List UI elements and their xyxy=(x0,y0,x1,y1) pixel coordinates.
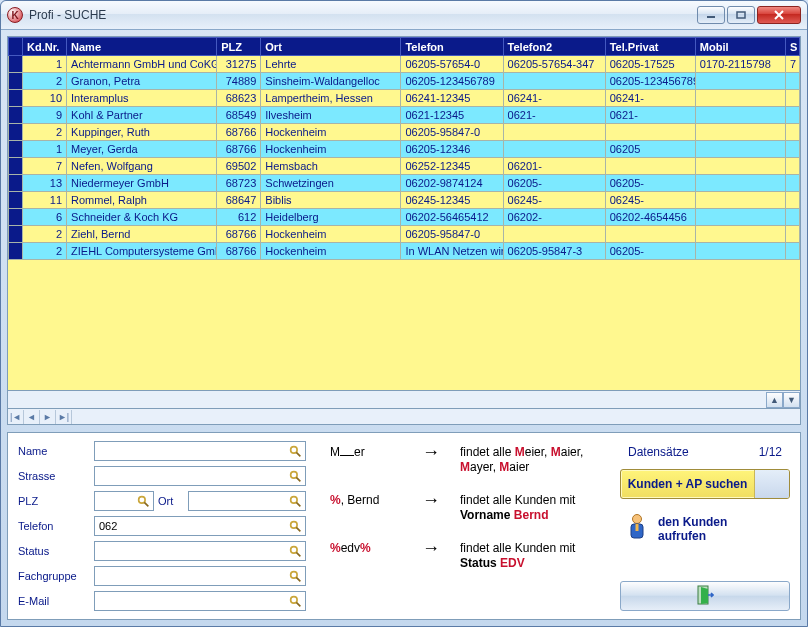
table-row[interactable]: 2Ziehl, Bernd68766Hockenheim06205-95847-… xyxy=(9,226,800,243)
maximize-button[interactable] xyxy=(727,6,755,24)
col-header[interactable]: Telefon2 xyxy=(503,38,605,56)
search-icon[interactable] xyxy=(287,543,303,559)
search-customer-button[interactable]: Kunden + AP suchen xyxy=(620,469,790,499)
open-customer-button[interactable]: den Kunden aufrufen xyxy=(620,509,790,548)
svg-point-14 xyxy=(290,571,297,578)
fachgruppe-input[interactable] xyxy=(95,570,305,582)
help-pattern-3: %edv% xyxy=(330,541,404,555)
table-row[interactable]: 2Kuppinger, Ruth68766Hockenheim06205-958… xyxy=(9,124,800,141)
ort-field[interactable] xyxy=(188,491,306,511)
search-icon[interactable] xyxy=(287,468,303,484)
search-customer-dropdown[interactable] xyxy=(755,470,789,498)
svg-point-12 xyxy=(290,546,297,553)
nav-first-icon[interactable]: |◄ xyxy=(8,410,24,424)
svg-line-15 xyxy=(296,577,300,581)
close-button[interactable] xyxy=(757,6,801,24)
table-row[interactable]: 7Nefen, Wolfgang69502Hemsbach06252-12345… xyxy=(9,158,800,175)
table-row[interactable]: 2ZIEHL Computersysteme GmbH68766Hockenhe… xyxy=(9,243,800,260)
col-header[interactable]: Tel.Privat xyxy=(605,38,695,56)
table-row[interactable]: 1Achtermann GmbH und CoKG31275Lehrte0620… xyxy=(9,56,800,73)
app-icon xyxy=(7,7,23,23)
door-exit-icon xyxy=(696,585,714,608)
name-field[interactable] xyxy=(94,441,306,461)
col-header[interactable]: Name xyxy=(67,38,217,56)
label-plz: PLZ xyxy=(18,495,90,507)
col-header[interactable]: S xyxy=(785,38,799,56)
table-row[interactable]: 11Rommel, Ralph68647Biblis06245-12345062… xyxy=(9,192,800,209)
table-row[interactable]: 9Kohl & Partner68549Ilvesheim0621-123450… xyxy=(9,107,800,124)
search-icon[interactable] xyxy=(287,493,303,509)
svg-point-4 xyxy=(290,471,297,478)
svg-line-7 xyxy=(144,502,148,506)
svg-rect-20 xyxy=(636,524,639,531)
col-header[interactable]: PLZ xyxy=(217,38,261,56)
person-icon xyxy=(626,513,648,544)
col-header[interactable]: Mobil xyxy=(695,38,785,56)
table-row[interactable]: 2Granon, Petra74889Sinsheim-Waldangelloc… xyxy=(9,73,800,90)
email-input[interactable] xyxy=(95,595,305,607)
nav-last-icon[interactable]: ►| xyxy=(56,410,72,424)
minimize-button[interactable] xyxy=(697,6,725,24)
telefon-input[interactable] xyxy=(95,520,305,532)
label-ort: Ort xyxy=(158,495,184,507)
email-field[interactable] xyxy=(94,591,306,611)
status-field[interactable] xyxy=(94,541,306,561)
col-header[interactable]: Kd.Nr. xyxy=(23,38,67,56)
svg-line-3 xyxy=(296,452,300,456)
svg-point-16 xyxy=(290,596,297,603)
plz-field[interactable] xyxy=(94,491,154,511)
svg-point-10 xyxy=(290,521,297,528)
table-row[interactable]: 13Niedermeyer GmbH68723Schwetzingen06202… xyxy=(9,175,800,192)
fachgruppe-field[interactable] xyxy=(94,566,306,586)
label-email: E-Mail xyxy=(18,595,90,607)
search-icon[interactable] xyxy=(287,518,303,534)
help-result-1: findet alle Meier, Maier, Mayer, Maier xyxy=(460,445,596,475)
svg-point-8 xyxy=(290,496,297,503)
svg-point-2 xyxy=(290,446,297,453)
scroll-up-icon[interactable]: ▲ xyxy=(766,392,783,408)
nav-next-icon[interactable]: ► xyxy=(40,410,56,424)
app-window: Profi - SUCHE Kd.Nr.NamePLZOrtTelefonTel… xyxy=(0,0,808,627)
telefon-field[interactable] xyxy=(94,516,306,536)
scroll-down-icon[interactable]: ▼ xyxy=(783,392,800,408)
status-input[interactable] xyxy=(95,545,305,557)
label-status: Status xyxy=(18,545,90,557)
nav-prev-icon[interactable]: ◄ xyxy=(24,410,40,424)
strasse-input[interactable] xyxy=(95,470,305,482)
search-icon[interactable] xyxy=(287,593,303,609)
strasse-field[interactable] xyxy=(94,466,306,486)
help-result-2: findet alle Kunden mit Vorname Bernd xyxy=(460,493,596,523)
grid-scrollbar-v[interactable]: ▲ ▼ xyxy=(8,390,800,408)
svg-line-9 xyxy=(296,502,300,506)
exit-button[interactable] xyxy=(620,581,790,611)
arrow-right-icon: → xyxy=(422,493,442,507)
record-count-label: Datensätze xyxy=(628,445,689,459)
col-header[interactable]: Telefon xyxy=(401,38,503,56)
svg-line-17 xyxy=(296,602,300,606)
customer-grid[interactable]: Kd.Nr.NamePLZOrtTelefonTelefon2Tel.Priva… xyxy=(7,36,801,409)
svg-point-6 xyxy=(138,496,145,503)
help-result-3: findet alle Kunden mit Status EDV xyxy=(460,541,596,571)
table-row[interactable]: 10Interamplus68623Lampertheim, Hessen062… xyxy=(9,90,800,107)
window-title: Profi - SUCHE xyxy=(29,8,106,22)
name-input[interactable] xyxy=(95,445,305,457)
search-panel: Name Strasse PLZ xyxy=(7,432,801,620)
grid-navigator[interactable]: |◄ ◄ ► ►| xyxy=(7,409,801,425)
label-strasse: Strasse xyxy=(18,470,90,482)
help-examples: Mer → findet alle Meier, Maier, Mayer, M… xyxy=(320,441,606,611)
table-row[interactable]: 6Schneider & Koch KG612Heidelberg06202-5… xyxy=(9,209,800,226)
search-customer-label: Kunden + AP suchen xyxy=(621,470,755,498)
search-icon[interactable] xyxy=(287,443,303,459)
table-row[interactable]: 1Meyer, Gerda68766Hockenheim06205-123460… xyxy=(9,141,800,158)
arrow-right-icon: → xyxy=(422,541,442,555)
svg-line-5 xyxy=(296,477,300,481)
titlebar[interactable]: Profi - SUCHE xyxy=(1,1,807,30)
search-icon[interactable] xyxy=(287,568,303,584)
col-header[interactable]: Ort xyxy=(261,38,401,56)
search-form: Name Strasse PLZ xyxy=(18,441,306,611)
svg-rect-1 xyxy=(737,12,745,18)
svg-line-13 xyxy=(296,552,300,556)
svg-marker-22 xyxy=(701,587,708,604)
search-icon[interactable] xyxy=(135,493,151,509)
svg-line-11 xyxy=(296,527,300,531)
